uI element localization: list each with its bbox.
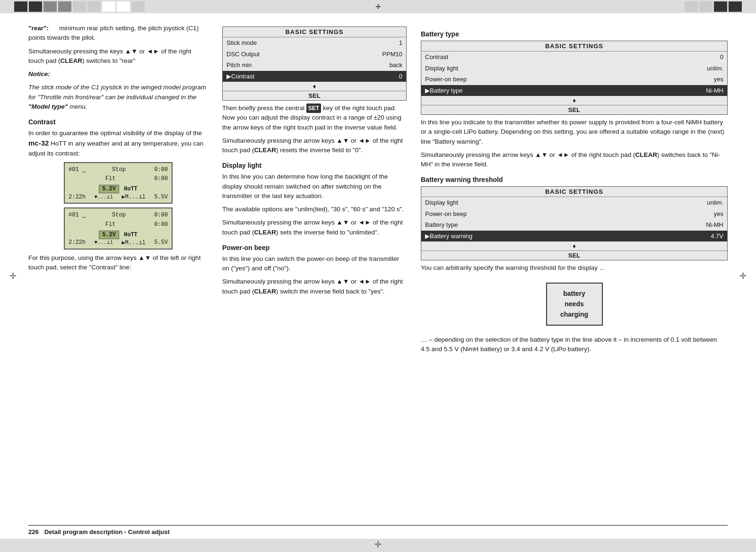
battery-warning-line1: battery xyxy=(556,288,592,299)
bs1-contrast-value: 0 xyxy=(399,72,402,81)
bs3-type-value: Ni-MH xyxy=(706,220,723,230)
footer-text: Detail program description - Control adj… xyxy=(44,528,170,535)
mid-column: BASIC SETTINGS Stick mode 1 DSC Output P… xyxy=(222,19,407,519)
lcd-display-2: #01 ⎯ Stop 0:00 Flt 0:00 5.2V HoTT 2:22h… xyxy=(64,207,173,249)
top-bar: ✛ xyxy=(0,0,756,13)
deco-sq-r3 xyxy=(714,1,727,12)
bs3-type-label: Battery type xyxy=(425,220,458,230)
lcd2-bottom-row: 2:22h ▼...ıl ▶M...ıl 5.5V xyxy=(69,239,168,246)
bs3-display-label: Display light xyxy=(425,198,458,207)
deco-sq-4 xyxy=(58,1,71,12)
lcd2-time-elapsed: 2:22h xyxy=(69,239,86,246)
mid-para1: Then briefly press the central SET key o… xyxy=(222,104,407,132)
bs2-row-contrast: Contrast 0 xyxy=(421,52,727,63)
notice-heading: Notice: xyxy=(28,69,208,79)
top-crosshair: ✛ xyxy=(375,3,381,10)
left-column: "rear": minimum rear pitch setting, the … xyxy=(28,19,208,519)
bs1-contrast-label: ▶Contrast xyxy=(226,72,254,81)
lcd-signal-bars: ▼...ıl xyxy=(94,194,113,200)
display-light-heading: Display light xyxy=(222,162,407,169)
bs1-arrow: ♦ xyxy=(223,82,406,91)
basic-settings-box-3: BASIC SETTINGS Display light unlim. Powe… xyxy=(421,186,728,260)
battery-warning-line3: charging xyxy=(556,309,592,319)
main-content: "rear": minimum rear pitch setting, the … xyxy=(28,19,728,519)
power-on-beep-heading: Power-on beep xyxy=(222,244,407,251)
deco-sq-6 xyxy=(87,1,101,12)
bs2-battery-value: Ni-MH xyxy=(706,86,723,95)
lcd-arrow-m: ▶M...ıl xyxy=(122,193,145,200)
lcd-row-1: #01 ⎯ Stop 0:00 xyxy=(69,165,168,174)
notice-text: The stick mode of the C1 joystick in the… xyxy=(28,83,208,112)
bs3-warning-value: 4.7V xyxy=(711,232,723,241)
left-crosshair: ✛ xyxy=(9,271,17,281)
lcd-stop-time: 0:00 xyxy=(154,165,168,174)
lcd-id: #01 ⎯ xyxy=(69,165,86,174)
top-decorative-squares xyxy=(0,1,145,12)
deco-sq-8 xyxy=(117,1,130,12)
deco-sq-9 xyxy=(131,1,145,12)
right-crosshair: ✛ xyxy=(739,271,747,281)
deco-sq-7 xyxy=(102,1,115,12)
lcd2-stop-time: 0:00 xyxy=(154,211,168,220)
mid-para3: In this line you can determine how long … xyxy=(222,172,407,201)
mid-para2: Simultaneously pressing the arrow keys ▲… xyxy=(222,136,407,155)
bs3-row-power: Power-on beep yes xyxy=(421,208,727,220)
right-para3: You can arbitrarily specify the warning … xyxy=(421,263,728,273)
bs2-contrast-value: 0 xyxy=(720,52,723,62)
bs2-arrow: ♦ xyxy=(421,96,727,105)
lcd2-arrow-m: ▶M...ıl xyxy=(122,239,145,246)
bs1-row-pitch: Pitch min back xyxy=(223,60,406,71)
bs3-row-type: Battery type Ni-MH xyxy=(421,219,727,231)
lcd-bottom-row: 2:22h ▼...ıl ▶M...ıl 5.5V xyxy=(69,193,168,200)
deco-sq-5 xyxy=(73,1,86,12)
right-para4: … – depending on the selection of the ba… xyxy=(421,335,728,354)
battery-warning-line2: needs xyxy=(556,299,592,309)
right-para2: Simultaneously pressing the arrow keys ▲… xyxy=(421,150,728,170)
top-right-squares xyxy=(685,1,742,12)
bs2-row-display: Display light unlim. xyxy=(421,63,727,74)
lcd-flt-time: 0:00 xyxy=(154,174,168,183)
deco-sq-r2 xyxy=(699,1,713,12)
lcd2-v2: 5.5V xyxy=(154,239,168,246)
lcd2-voltage: 5.2V xyxy=(99,231,119,239)
bs3-power-label: Power-on beep xyxy=(425,209,467,219)
bs3-display-value: unlim. xyxy=(707,198,723,207)
lcd2-row-2: Flt 0:00 xyxy=(69,220,168,229)
bs3-arrow: ♦ xyxy=(421,242,727,250)
bottom-crosshair: ✛ xyxy=(374,539,382,550)
lcd-stop-label: Stop xyxy=(112,165,126,174)
bs2-battery-label: ▶Battery type xyxy=(425,86,462,95)
bs2-title: BASIC SETTINGS xyxy=(421,41,727,52)
page-number: 226 xyxy=(28,528,39,535)
bs1-pitch-label: Pitch min xyxy=(226,60,252,70)
contrast-heading: Contrast xyxy=(28,118,208,126)
mid-para5: Simultaneously pressing the arrow keys ▲… xyxy=(222,218,407,237)
bs3-power-value: yes xyxy=(714,209,723,219)
mid-para7: Simultaneously pressing the arrow keys ▲… xyxy=(222,277,407,296)
lcd-center-row: 5.2V HoTT xyxy=(69,185,168,193)
deco-sq-2 xyxy=(29,1,42,12)
battery-warning-box: battery needs charging xyxy=(546,283,603,326)
footer: 226 Detail program description - Control… xyxy=(28,525,728,535)
bs2-power-value: yes xyxy=(714,75,723,84)
rear-para: "rear": minimum rear pitch setting, the … xyxy=(28,24,208,43)
simultaneously-para1: Simultaneously pressing the keys ▲▼ or ◄… xyxy=(28,47,208,66)
lcd-time-elapsed: 2:22h xyxy=(69,194,86,200)
deco-sq-r4 xyxy=(729,1,742,12)
bs2-sel: SEL xyxy=(421,105,727,114)
bs1-row-contrast: ▶Contrast 0 xyxy=(223,71,406,82)
bs2-display-value: unlim. xyxy=(707,64,723,73)
lcd-flt-label: Flt xyxy=(105,174,116,183)
lcd-v2: 5.5V xyxy=(154,194,168,200)
bs2-power-label: Power-on beep xyxy=(425,75,467,84)
bs1-stick-label: Stick mode xyxy=(226,38,257,48)
bs1-row-stick: Stick mode 1 xyxy=(223,37,406,49)
bs2-row-battery: ▶Battery type Ni-MH xyxy=(421,85,727,96)
right-para1: In this line you indicate to the transmi… xyxy=(421,118,728,147)
lcd2-signal-bars: ▼...ıl xyxy=(94,240,113,245)
bs3-sel: SEL xyxy=(421,250,727,260)
basic-settings-box-1: BASIC SETTINGS Stick mode 1 DSC Output P… xyxy=(222,26,407,101)
bottom-bar: ✛ xyxy=(0,539,756,552)
bs1-row-dsc: DSC Output PPM10 xyxy=(223,49,406,60)
lcd2-id: #01 ⎯ xyxy=(69,211,86,220)
